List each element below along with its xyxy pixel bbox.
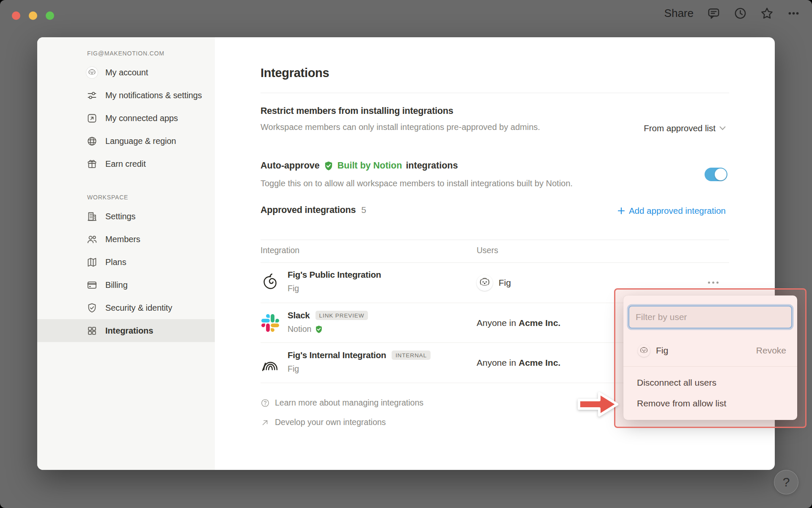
restrict-dropdown-value: From approved list: [644, 123, 716, 133]
people-icon: [86, 234, 98, 245]
sidebar-item-security-identity[interactable]: Security & identity: [37, 296, 215, 319]
titlebar-actions: Share: [664, 3, 800, 23]
sidebar-item-notifications-settings[interactable]: My notifications & settings: [37, 84, 215, 107]
gift-icon: [86, 158, 98, 170]
learn-more-link[interactable]: Learn more about managing integrations: [261, 398, 423, 408]
window-controls: [12, 11, 54, 20]
user-avatar: [638, 345, 650, 357]
column-header-integration: Integration: [261, 246, 299, 255]
sidebar-item-billing[interactable]: Billing: [37, 273, 215, 296]
arrow-up-right-square-icon: [86, 113, 98, 124]
plus-icon: [617, 207, 625, 215]
updates-clock-icon[interactable]: [734, 7, 747, 20]
popup-user-row: Fig Revoke: [623, 340, 797, 362]
users-cell: Anyone in Acme Inc.: [477, 343, 560, 383]
building-icon: [86, 211, 98, 222]
restrict-heading: Restrict members from installing integra…: [261, 106, 453, 116]
row-actions-button[interactable]: [708, 279, 722, 287]
user-avatar: [477, 275, 493, 291]
sliders-icon: [86, 90, 98, 101]
favorite-star-icon[interactable]: [760, 7, 774, 20]
auto-approve-heading: Auto-approve Built by Notion integration…: [261, 160, 458, 171]
approved-count: 5: [361, 205, 366, 215]
sidebar-item-integrations[interactable]: Integrations: [37, 319, 215, 342]
zoom-window-button[interactable]: [46, 11, 54, 20]
close-window-button[interactable]: [12, 11, 20, 20]
divider: [623, 366, 797, 367]
desktop-backdrop: Share FIG@MAKENOTION.COM My account: [0, 0, 812, 508]
disconnect-all-users-item[interactable]: Disconnect all users: [623, 373, 797, 393]
sidebar-item-my-account[interactable]: My account: [37, 61, 215, 84]
shield-check-icon: [86, 302, 98, 314]
sidebar-item-plans[interactable]: Plans: [37, 251, 215, 273]
credit-card-icon: [86, 279, 98, 291]
help-button[interactable]: ?: [774, 470, 798, 494]
column-header-users: Users: [477, 246, 498, 255]
link-preview-badge: LINK PREVIEW: [315, 311, 368, 320]
add-approved-integration-button[interactable]: Add approved integration: [617, 206, 726, 216]
account-email-label: FIG@MAKENOTION.COM: [87, 50, 165, 57]
auto-approve-description: Toggle this on to allow all workspace me…: [261, 177, 573, 190]
more-options-icon[interactable]: [787, 7, 800, 20]
integration-name: Fig's Public Integration: [288, 270, 381, 280]
divider: [261, 240, 729, 240]
revoke-button[interactable]: Revoke: [756, 345, 786, 356]
workspace-section-label: WORKSPACE: [87, 194, 128, 201]
verified-shield-icon: [324, 161, 334, 171]
fig-doodle-icon: [261, 273, 280, 293]
page-title: Integrations: [261, 66, 329, 80]
verified-shield-icon: [315, 325, 323, 334]
approved-integrations-heading: Approved integrations 5: [261, 205, 366, 215]
help-circle-icon: [261, 398, 270, 408]
users-cell: Anyone in Acme Inc.: [477, 303, 560, 342]
grid-icon: [86, 325, 98, 337]
chevron-down-icon: [719, 126, 726, 130]
remove-from-allow-list-item[interactable]: Remove from allow list: [623, 393, 797, 414]
workspace-menu: Settings Members Plans: [37, 205, 215, 342]
built-by-notion-label: Built by Notion: [337, 160, 402, 171]
sidebar-item-connected-apps[interactable]: My connected apps: [37, 107, 215, 130]
filter-by-user-input[interactable]: [628, 306, 792, 329]
sidebar-item-language-region[interactable]: Language & region: [37, 130, 215, 152]
account-menu: My account My notifications & settings M…: [37, 61, 215, 175]
slack-logo-icon: [261, 314, 279, 332]
auto-approve-toggle[interactable]: [705, 168, 727, 181]
user-avatar: [86, 67, 98, 78]
popup-user-name: Fig: [656, 345, 668, 356]
integration-subtitle: Fig: [288, 284, 299, 293]
internal-badge: INTERNAL: [392, 351, 431, 360]
restrict-dropdown[interactable]: From approved list: [644, 123, 726, 133]
integration-users-popup: Fig Revoke Disconnect all users Remove f…: [623, 295, 797, 420]
sidebar-item-earn-credit[interactable]: Earn credit: [37, 152, 215, 175]
develop-integrations-link[interactable]: Develop your own integrations: [261, 417, 386, 427]
arches-doodle-icon: [261, 353, 280, 373]
settings-sidebar: FIG@MAKENOTION.COM My account My notific…: [37, 37, 215, 470]
users-cell: Fig: [477, 262, 511, 303]
globe-icon: [86, 135, 98, 147]
sidebar-item-settings[interactable]: Settings: [37, 205, 215, 228]
share-button[interactable]: Share: [664, 7, 694, 20]
map-icon: [86, 257, 98, 268]
divider: [261, 93, 729, 93]
arrow-up-right-icon: [261, 418, 270, 427]
comments-icon[interactable]: [707, 7, 720, 20]
restrict-description: Workspace members can only install integ…: [261, 121, 557, 134]
sidebar-item-members[interactable]: Members: [37, 228, 215, 251]
toggle-knob: [715, 168, 727, 180]
minimize-window-button[interactable]: [29, 11, 37, 20]
